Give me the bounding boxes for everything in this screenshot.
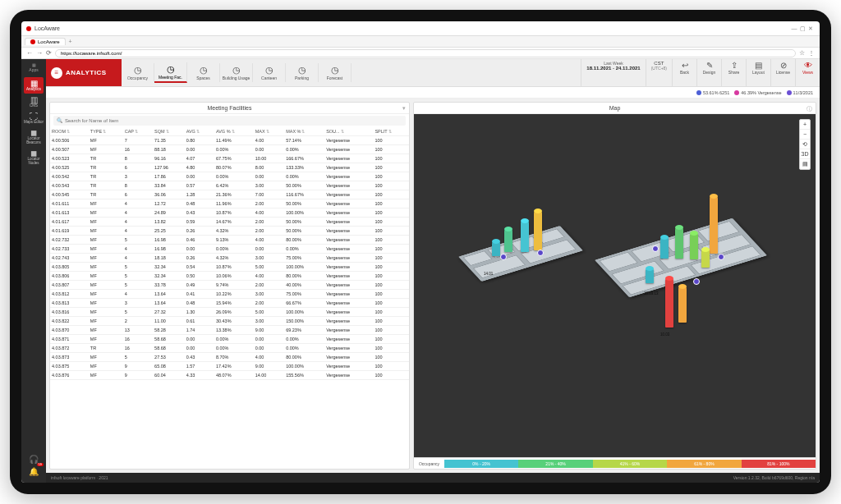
date-range-picker[interactable]: Last Week 18.11.2021 - 24.11.2021 bbox=[581, 59, 645, 86]
address-input[interactable] bbox=[55, 49, 796, 57]
table-row[interactable]: 4.03.873MF527.530.438.70%4.0080.00%Verge… bbox=[50, 353, 409, 362]
col-max[interactable]: MAX %⇅ bbox=[284, 127, 324, 136]
app-header: ≡ ANALYTICS ◷Occupancy◷Meeting Fac.◷Spac… bbox=[46, 59, 820, 87]
tab-icon: ◷ bbox=[220, 65, 252, 76]
table-row[interactable]: 4.03.872TR1658.680.000.00%0.000.00%Verge… bbox=[50, 344, 409, 353]
zoom-in-icon[interactable]: + bbox=[800, 120, 810, 130]
col-split[interactable]: SPLIT⇅ bbox=[373, 127, 409, 136]
brand-logo-icon: ≡ bbox=[51, 67, 62, 79]
rotate-icon[interactable]: ⟲ bbox=[800, 140, 810, 149]
room-label: 10.03 bbox=[660, 332, 669, 337]
occupancy-bar bbox=[675, 227, 683, 259]
minimize-icon[interactable]: — bbox=[790, 25, 798, 31]
tab-occupancy[interactable]: ◷Occupancy bbox=[122, 63, 154, 82]
table-row[interactable]: 4.01.617MF413.820.5914.67%2.0050.00%Verg… bbox=[50, 218, 409, 227]
window-title: LocAware bbox=[34, 25, 60, 31]
menu-icon[interactable]: ⋮ bbox=[808, 49, 815, 57]
new-tab-icon[interactable]: + bbox=[69, 39, 72, 44]
occupancy-bar bbox=[521, 221, 529, 252]
facilities-table: ROOM⇅TYPE⇅CAP⇅SQM⇅AVG⇅AVG %⇅MAX⇅MAX %⇅SO… bbox=[50, 127, 409, 380]
col-room[interactable]: ROOM⇅ bbox=[50, 127, 89, 136]
map-pin-icon bbox=[537, 250, 544, 256]
maximize-icon[interactable]: ▢ bbox=[798, 25, 807, 32]
tab-building-usage[interactable]: ◷Building Usage bbox=[220, 63, 253, 82]
table-row[interactable]: 4.03.822MF211.000.6130.43%3.00150.00%Ver… bbox=[50, 317, 409, 326]
notifications-icon[interactable]: 🔔 bbox=[24, 465, 44, 478]
col-sou[interactable]: SOU...⇅ bbox=[324, 127, 373, 136]
table-row[interactable]: 4.02.732MF516.980.469.13%4.0080.00%Verge… bbox=[50, 236, 409, 245]
action-layout[interactable]: ▤Layout bbox=[746, 59, 770, 86]
reload-icon[interactable]: ⟳ bbox=[46, 49, 52, 57]
table-row[interactable]: 4.03.806MF532.340.5010.06%4.0080.00%Verg… bbox=[50, 272, 409, 281]
sidebar-item-cms[interactable]: ▥CMS bbox=[24, 94, 44, 110]
action-share[interactable]: ⇪Share bbox=[721, 59, 746, 86]
table-row[interactable]: 4.00.542TR317.860.000.00%0.000.00%Verges… bbox=[50, 172, 409, 181]
occupancy-segment: 61% - 80% bbox=[667, 460, 741, 468]
occupancy-bar bbox=[534, 211, 542, 250]
action-views[interactable]: 👁Views bbox=[795, 59, 820, 86]
table-row[interactable]: 4.03.876MF960.044.3348.07%14.00155.56%Ve… bbox=[50, 371, 409, 380]
action-icon: ▤ bbox=[747, 61, 770, 70]
panel-title: Meeting Facilities bbox=[207, 105, 251, 111]
sidebar-item-locator-beacons[interactable]: ◼Locator Beacons bbox=[24, 126, 44, 147]
action-back[interactable]: ↩Back bbox=[672, 59, 696, 86]
address-bar-row: ← → ⟳ ☆ ⋮ bbox=[21, 48, 820, 59]
map-3d-view[interactable]: + − ⟲ 3D ▤ bbox=[414, 114, 816, 457]
table-row[interactable]: 4.03.871MF1658.680.000.00%0.000.00%Verge… bbox=[50, 335, 409, 344]
col-avg[interactable]: AVG⇅ bbox=[185, 127, 214, 136]
panel-info-icon[interactable]: ⓘ bbox=[807, 105, 812, 113]
map-controls: + − ⟲ 3D ▤ bbox=[799, 119, 811, 170]
table-row[interactable]: 4.01.613MF424.890.4310.87%4.00100.00%Ver… bbox=[50, 208, 409, 218]
occupancy-segment: 81% - 100% bbox=[742, 460, 816, 468]
table-row[interactable]: 4.03.875MF965.081.5717.42%9.00100.00%Ver… bbox=[50, 362, 409, 371]
forward-icon[interactable]: → bbox=[36, 49, 43, 57]
star-icon[interactable]: ☆ bbox=[799, 49, 805, 57]
table-row[interactable]: 4.00.525TR6127.964.8080.07%8.00133.33%Ve… bbox=[50, 163, 409, 172]
table-row[interactable]: 4.00.506MF771.350.8011.49%4.0057.14%Verg… bbox=[50, 136, 409, 145]
table-row[interactable]: 4.01.619MF425.250.264.32%2.0050.00%Verge… bbox=[50, 227, 409, 236]
legend-bar: 53.61% 6251 46.39% Vergesense 11/3/2021 bbox=[46, 87, 820, 99]
tab-meeting-fac-[interactable]: ◷Meeting Fac. bbox=[154, 62, 187, 83]
table-row[interactable]: 4.03.807MF533.780.499.74%2.0040.00%Verge… bbox=[50, 281, 409, 290]
col-sqm[interactable]: SQM⇅ bbox=[153, 127, 185, 136]
table-row[interactable]: 4.03.816MF527.321.3026.09%5.00100.00%Ver… bbox=[50, 308, 409, 317]
col-type[interactable]: TYPE⇅ bbox=[89, 127, 123, 136]
sidebar-item-analytics[interactable]: ▦Analytics bbox=[24, 77, 44, 94]
table-row[interactable]: 4.00.545TR636.061.2821.36%7.00116.67%Ver… bbox=[50, 190, 409, 199]
action-license[interactable]: ⊘License bbox=[770, 59, 795, 86]
3d-toggle-icon[interactable]: 3D bbox=[800, 149, 810, 159]
apps-toggle[interactable]: ▦ Apps bbox=[29, 62, 38, 72]
table-row[interactable]: 4.01.611MF412.720.4811.96%2.0050.00%Verg… bbox=[50, 199, 409, 208]
search-input[interactable] bbox=[53, 116, 406, 126]
sidebar-icon: ◼ bbox=[24, 128, 44, 137]
close-icon[interactable]: ✕ bbox=[807, 25, 815, 32]
table-row[interactable]: 4.03.870MF1358.281.7413.38%9.0069.23%Ver… bbox=[50, 326, 409, 335]
occupancy-bar bbox=[701, 250, 710, 268]
tab-canteen[interactable]: ◷Canteen bbox=[253, 63, 286, 82]
table-row[interactable]: 4.00.507MF1688.180.000.00%0.000.00%Verge… bbox=[50, 145, 409, 154]
sidebar-item-locator-nodes[interactable]: ◼Locator Nodes bbox=[24, 147, 44, 167]
col-cap[interactable]: CAP⇅ bbox=[123, 127, 153, 136]
tab-forecast[interactable]: ◷Forecast bbox=[319, 63, 352, 82]
table-row[interactable]: 4.02.743MF418.180.264.32%3.0075.00%Verge… bbox=[50, 254, 409, 263]
occupancy-segment: 41% - 60% bbox=[593, 460, 667, 468]
sidebar-item-maps-editor[interactable]: ⛶Maps Editor bbox=[24, 110, 44, 126]
table-row[interactable]: 4.03.805MF532.340.5410.87%5.00100.00%Ver… bbox=[50, 263, 409, 272]
timezone-picker[interactable]: CST (UTC+8) bbox=[646, 59, 672, 86]
action-design[interactable]: ✎Design bbox=[696, 59, 721, 86]
table-row[interactable]: 4.03.812MF413.640.4110.22%3.0075.00%Verg… bbox=[50, 290, 409, 299]
col-avg[interactable]: AVG %⇅ bbox=[214, 127, 254, 136]
table-row[interactable]: 4.03.813MF313.640.4815.94%2.0066.67%Verg… bbox=[50, 299, 409, 308]
tab-spaces[interactable]: ◷Spaces bbox=[187, 63, 220, 82]
layers-icon[interactable]: ▤ bbox=[800, 159, 810, 169]
panel-collapse-icon[interactable]: ▾ bbox=[402, 105, 406, 112]
table-row[interactable]: 4.02.733MF416.980.000.00%0.000.00%Verges… bbox=[50, 245, 409, 254]
browser-tab[interactable]: LocAware bbox=[25, 38, 66, 45]
table-row[interactable]: 4.00.543TR833.840.576.42%3.0050.00%Verge… bbox=[50, 181, 409, 190]
occupancy-segment: 0% - 20% bbox=[444, 460, 518, 468]
back-icon[interactable]: ← bbox=[26, 49, 33, 57]
tab-parking[interactable]: ◷Parking bbox=[286, 63, 319, 82]
zoom-out-icon[interactable]: − bbox=[800, 130, 810, 140]
col-max[interactable]: MAX⇅ bbox=[254, 127, 284, 136]
table-row[interactable]: 4.00.523TR896.164.0767.75%10.00166.67%Ve… bbox=[50, 154, 409, 163]
